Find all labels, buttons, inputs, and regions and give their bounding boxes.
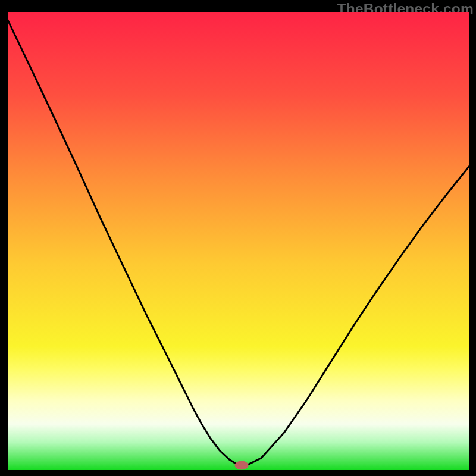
min-marker <box>234 461 248 469</box>
curve <box>8 12 469 470</box>
plot-area <box>8 12 469 470</box>
chart-container: TheBottleneck.com <box>0 0 476 476</box>
